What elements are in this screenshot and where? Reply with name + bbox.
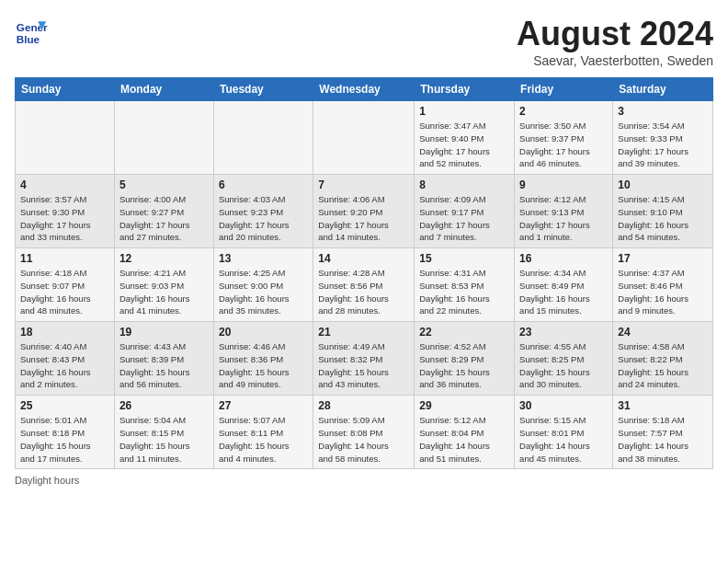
day-info: Sunrise: 4:09 AM Sunset: 9:17 PM Dayligh… <box>419 193 509 244</box>
day-info: Sunrise: 4:12 AM Sunset: 9:13 PM Dayligh… <box>519 193 608 244</box>
day-info: Sunrise: 4:06 AM Sunset: 9:20 PM Dayligh… <box>318 193 409 244</box>
day-number: 8 <box>419 178 509 191</box>
calendar-week-row: 4Sunrise: 3:57 AM Sunset: 9:30 PM Daylig… <box>16 175 713 248</box>
day-number: 17 <box>618 252 708 265</box>
calendar-week-row: 18Sunrise: 4:40 AM Sunset: 8:43 PM Dayli… <box>16 322 713 396</box>
day-info: Sunrise: 4:31 AM Sunset: 8:53 PM Dayligh… <box>419 267 509 317</box>
day-number: 29 <box>419 399 509 412</box>
day-of-week-header: Thursday <box>415 78 515 101</box>
day-number: 19 <box>119 326 209 339</box>
calendar-table: SundayMondayTuesdayWednesdayThursdayFrid… <box>15 77 713 469</box>
day-of-week-header: Friday <box>515 78 613 101</box>
day-of-week-header: Saturday <box>613 78 713 101</box>
calendar-cell: 31Sunrise: 5:18 AM Sunset: 7:57 PM Dayli… <box>613 396 713 469</box>
calendar-week-row: 25Sunrise: 5:01 AM Sunset: 8:18 PM Dayli… <box>16 396 713 469</box>
day-info: Sunrise: 3:47 AM Sunset: 9:40 PM Dayligh… <box>419 120 509 170</box>
day-number: 6 <box>219 178 308 191</box>
calendar-week-row: 11Sunrise: 4:18 AM Sunset: 9:07 PM Dayli… <box>16 248 713 322</box>
calendar-cell: 21Sunrise: 4:49 AM Sunset: 8:32 PM Dayli… <box>313 322 415 396</box>
svg-text:Blue: Blue <box>17 33 40 45</box>
title-area: August 2024 Saevar, Vaesterbotten, Swede… <box>517 15 713 68</box>
day-info: Sunrise: 4:25 AM Sunset: 9:00 PM Dayligh… <box>219 267 308 317</box>
calendar-cell: 24Sunrise: 4:58 AM Sunset: 8:22 PM Dayli… <box>613 322 713 396</box>
day-info: Sunrise: 3:50 AM Sunset: 9:37 PM Dayligh… <box>519 120 608 170</box>
calendar-cell: 10Sunrise: 4:15 AM Sunset: 9:10 PM Dayli… <box>613 175 713 248</box>
day-number: 4 <box>20 178 109 191</box>
day-number: 11 <box>20 252 109 265</box>
main-title: August 2024 <box>517 15 713 53</box>
day-info: Sunrise: 4:03 AM Sunset: 9:23 PM Dayligh… <box>219 193 308 244</box>
day-info: Sunrise: 4:46 AM Sunset: 8:36 PM Dayligh… <box>219 340 308 391</box>
day-number: 22 <box>419 326 509 339</box>
day-number: 13 <box>219 252 308 265</box>
calendar-cell: 2Sunrise: 3:50 AM Sunset: 9:37 PM Daylig… <box>515 101 613 175</box>
day-number: 30 <box>519 399 608 412</box>
calendar-cell <box>313 101 415 175</box>
logo: General Blue <box>15 15 48 48</box>
day-of-week-header: Tuesday <box>213 78 313 101</box>
day-of-week-header: Wednesday <box>313 78 415 101</box>
day-info: Sunrise: 3:54 AM Sunset: 9:33 PM Dayligh… <box>618 120 708 170</box>
day-info: Sunrise: 5:18 AM Sunset: 7:57 PM Dayligh… <box>618 414 708 465</box>
day-of-week-header: Monday <box>114 78 213 101</box>
calendar-cell: 9Sunrise: 4:12 AM Sunset: 9:13 PM Daylig… <box>515 175 613 248</box>
calendar-cell: 12Sunrise: 4:21 AM Sunset: 9:03 PM Dayli… <box>114 248 213 322</box>
day-number: 15 <box>419 252 509 265</box>
day-number: 18 <box>20 326 109 339</box>
calendar-cell: 1Sunrise: 3:47 AM Sunset: 9:40 PM Daylig… <box>415 101 515 175</box>
calendar-cell: 8Sunrise: 4:09 AM Sunset: 9:17 PM Daylig… <box>415 175 515 248</box>
day-info: Sunrise: 5:01 AM Sunset: 8:18 PM Dayligh… <box>20 414 109 465</box>
calendar-cell: 3Sunrise: 3:54 AM Sunset: 9:33 PM Daylig… <box>613 101 713 175</box>
day-number: 3 <box>618 105 708 118</box>
calendar-cell: 16Sunrise: 4:34 AM Sunset: 8:49 PM Dayli… <box>515 248 613 322</box>
day-info: Sunrise: 4:58 AM Sunset: 8:22 PM Dayligh… <box>618 340 708 391</box>
calendar-cell: 22Sunrise: 4:52 AM Sunset: 8:29 PM Dayli… <box>415 322 515 396</box>
calendar-cell: 13Sunrise: 4:25 AM Sunset: 9:00 PM Dayli… <box>213 248 313 322</box>
subtitle: Saevar, Vaesterbotten, Sweden <box>517 53 713 68</box>
calendar-cell <box>16 101 115 175</box>
day-info: Sunrise: 4:43 AM Sunset: 8:39 PM Dayligh… <box>119 340 209 391</box>
calendar-cell: 11Sunrise: 4:18 AM Sunset: 9:07 PM Dayli… <box>16 248 115 322</box>
calendar-cell <box>213 101 313 175</box>
day-info: Sunrise: 4:28 AM Sunset: 8:56 PM Dayligh… <box>318 267 409 317</box>
logo-icon: General Blue <box>15 15 48 48</box>
day-number: 9 <box>519 178 608 191</box>
header-row: SundayMondayTuesdayWednesdayThursdayFrid… <box>16 78 713 101</box>
day-info: Sunrise: 5:04 AM Sunset: 8:15 PM Dayligh… <box>119 414 209 465</box>
day-info: Sunrise: 4:52 AM Sunset: 8:29 PM Dayligh… <box>419 340 509 391</box>
day-number: 14 <box>318 252 409 265</box>
day-info: Sunrise: 4:37 AM Sunset: 8:46 PM Dayligh… <box>618 267 708 317</box>
day-number: 16 <box>519 252 608 265</box>
header: General Blue August 2024 Saevar, Vaester… <box>15 15 713 68</box>
day-number: 31 <box>618 399 708 412</box>
day-number: 20 <box>219 326 308 339</box>
day-number: 1 <box>419 105 509 118</box>
day-info: Sunrise: 4:40 AM Sunset: 8:43 PM Dayligh… <box>20 340 109 391</box>
calendar-cell: 28Sunrise: 5:09 AM Sunset: 8:08 PM Dayli… <box>313 396 415 469</box>
calendar-cell: 25Sunrise: 5:01 AM Sunset: 8:18 PM Dayli… <box>16 396 115 469</box>
day-info: Sunrise: 4:15 AM Sunset: 9:10 PM Dayligh… <box>618 193 708 244</box>
day-number: 27 <box>219 399 308 412</box>
day-info: Sunrise: 5:15 AM Sunset: 8:01 PM Dayligh… <box>519 414 608 465</box>
day-info: Sunrise: 5:09 AM Sunset: 8:08 PM Dayligh… <box>318 414 409 465</box>
day-info: Sunrise: 5:07 AM Sunset: 8:11 PM Dayligh… <box>219 414 308 465</box>
calendar-cell: 19Sunrise: 4:43 AM Sunset: 8:39 PM Dayli… <box>114 322 213 396</box>
day-of-week-header: Sunday <box>16 78 115 101</box>
calendar-cell: 17Sunrise: 4:37 AM Sunset: 8:46 PM Dayli… <box>613 248 713 322</box>
calendar-cell: 18Sunrise: 4:40 AM Sunset: 8:43 PM Dayli… <box>16 322 115 396</box>
day-number: 23 <box>519 326 608 339</box>
day-info: Sunrise: 3:57 AM Sunset: 9:30 PM Dayligh… <box>20 193 109 244</box>
day-number: 12 <box>119 252 209 265</box>
day-number: 2 <box>519 105 608 118</box>
day-number: 21 <box>318 326 409 339</box>
day-number: 10 <box>618 178 708 191</box>
day-info: Sunrise: 4:18 AM Sunset: 9:07 PM Dayligh… <box>20 267 109 317</box>
calendar-cell: 20Sunrise: 4:46 AM Sunset: 8:36 PM Dayli… <box>213 322 313 396</box>
day-number: 24 <box>618 326 708 339</box>
calendar-cell: 29Sunrise: 5:12 AM Sunset: 8:04 PM Dayli… <box>415 396 515 469</box>
day-info: Sunrise: 4:00 AM Sunset: 9:27 PM Dayligh… <box>119 193 209 244</box>
day-number: 26 <box>119 399 209 412</box>
calendar-cell: 14Sunrise: 4:28 AM Sunset: 8:56 PM Dayli… <box>313 248 415 322</box>
day-number: 5 <box>119 178 209 191</box>
calendar-cell: 5Sunrise: 4:00 AM Sunset: 9:27 PM Daylig… <box>114 175 213 248</box>
